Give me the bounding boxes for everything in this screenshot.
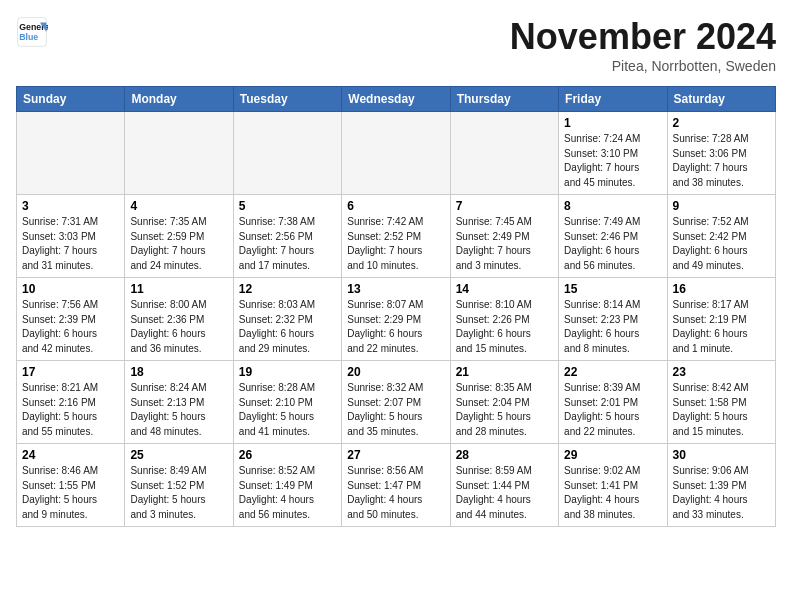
calendar-cell: 15Sunrise: 8:14 AM Sunset: 2:23 PM Dayli… <box>559 278 667 361</box>
day-info: Sunrise: 8:21 AM Sunset: 2:16 PM Dayligh… <box>22 381 119 439</box>
calendar-cell: 29Sunrise: 9:02 AM Sunset: 1:41 PM Dayli… <box>559 444 667 527</box>
day-number: 4 <box>130 199 227 213</box>
day-info: Sunrise: 8:32 AM Sunset: 2:07 PM Dayligh… <box>347 381 444 439</box>
calendar-cell: 26Sunrise: 8:52 AM Sunset: 1:49 PM Dayli… <box>233 444 341 527</box>
calendar-cell: 22Sunrise: 8:39 AM Sunset: 2:01 PM Dayli… <box>559 361 667 444</box>
calendar-weekday-sunday: Sunday <box>17 87 125 112</box>
calendar-weekday-monday: Monday <box>125 87 233 112</box>
calendar-cell: 24Sunrise: 8:46 AM Sunset: 1:55 PM Dayli… <box>17 444 125 527</box>
calendar-weekday-saturday: Saturday <box>667 87 775 112</box>
calendar-cell: 12Sunrise: 8:03 AM Sunset: 2:32 PM Dayli… <box>233 278 341 361</box>
day-info: Sunrise: 9:02 AM Sunset: 1:41 PM Dayligh… <box>564 464 661 522</box>
calendar-weekday-wednesday: Wednesday <box>342 87 450 112</box>
calendar-cell <box>125 112 233 195</box>
day-info: Sunrise: 7:38 AM Sunset: 2:56 PM Dayligh… <box>239 215 336 273</box>
day-info: Sunrise: 9:06 AM Sunset: 1:39 PM Dayligh… <box>673 464 770 522</box>
calendar-cell: 21Sunrise: 8:35 AM Sunset: 2:04 PM Dayli… <box>450 361 558 444</box>
day-number: 6 <box>347 199 444 213</box>
calendar-cell: 25Sunrise: 8:49 AM Sunset: 1:52 PM Dayli… <box>125 444 233 527</box>
day-info: Sunrise: 8:03 AM Sunset: 2:32 PM Dayligh… <box>239 298 336 356</box>
day-info: Sunrise: 8:24 AM Sunset: 2:13 PM Dayligh… <box>130 381 227 439</box>
calendar-cell: 8Sunrise: 7:49 AM Sunset: 2:46 PM Daylig… <box>559 195 667 278</box>
calendar-cell: 30Sunrise: 9:06 AM Sunset: 1:39 PM Dayli… <box>667 444 775 527</box>
day-info: Sunrise: 8:35 AM Sunset: 2:04 PM Dayligh… <box>456 381 553 439</box>
day-info: Sunrise: 7:52 AM Sunset: 2:42 PM Dayligh… <box>673 215 770 273</box>
day-number: 19 <box>239 365 336 379</box>
calendar-cell: 20Sunrise: 8:32 AM Sunset: 2:07 PM Dayli… <box>342 361 450 444</box>
day-number: 29 <box>564 448 661 462</box>
day-number: 17 <box>22 365 119 379</box>
day-info: Sunrise: 8:14 AM Sunset: 2:23 PM Dayligh… <box>564 298 661 356</box>
calendar-cell: 14Sunrise: 8:10 AM Sunset: 2:26 PM Dayli… <box>450 278 558 361</box>
day-info: Sunrise: 8:39 AM Sunset: 2:01 PM Dayligh… <box>564 381 661 439</box>
day-info: Sunrise: 8:07 AM Sunset: 2:29 PM Dayligh… <box>347 298 444 356</box>
day-number: 24 <box>22 448 119 462</box>
calendar-cell: 19Sunrise: 8:28 AM Sunset: 2:10 PM Dayli… <box>233 361 341 444</box>
day-info: Sunrise: 7:28 AM Sunset: 3:06 PM Dayligh… <box>673 132 770 190</box>
day-info: Sunrise: 7:49 AM Sunset: 2:46 PM Dayligh… <box>564 215 661 273</box>
day-info: Sunrise: 8:10 AM Sunset: 2:26 PM Dayligh… <box>456 298 553 356</box>
day-number: 2 <box>673 116 770 130</box>
day-number: 7 <box>456 199 553 213</box>
location-subtitle: Pitea, Norrbotten, Sweden <box>510 58 776 74</box>
day-number: 21 <box>456 365 553 379</box>
calendar-cell <box>17 112 125 195</box>
calendar-week-3: 10Sunrise: 7:56 AM Sunset: 2:39 PM Dayli… <box>17 278 776 361</box>
day-info: Sunrise: 8:17 AM Sunset: 2:19 PM Dayligh… <box>673 298 770 356</box>
calendar-cell: 27Sunrise: 8:56 AM Sunset: 1:47 PM Dayli… <box>342 444 450 527</box>
calendar-week-4: 17Sunrise: 8:21 AM Sunset: 2:16 PM Dayli… <box>17 361 776 444</box>
svg-text:Blue: Blue <box>19 32 38 42</box>
calendar-cell: 23Sunrise: 8:42 AM Sunset: 1:58 PM Dayli… <box>667 361 775 444</box>
calendar-cell: 28Sunrise: 8:59 AM Sunset: 1:44 PM Dayli… <box>450 444 558 527</box>
day-info: Sunrise: 7:42 AM Sunset: 2:52 PM Dayligh… <box>347 215 444 273</box>
day-number: 10 <box>22 282 119 296</box>
month-title: November 2024 <box>510 16 776 58</box>
calendar-week-2: 3Sunrise: 7:31 AM Sunset: 3:03 PM Daylig… <box>17 195 776 278</box>
title-block: November 2024 Pitea, Norrbotten, Sweden <box>510 16 776 74</box>
calendar-cell <box>342 112 450 195</box>
logo: General Blue <box>16 16 48 48</box>
calendar-table: SundayMondayTuesdayWednesdayThursdayFrid… <box>16 86 776 527</box>
day-number: 26 <box>239 448 336 462</box>
day-number: 14 <box>456 282 553 296</box>
day-number: 27 <box>347 448 444 462</box>
calendar-cell: 2Sunrise: 7:28 AM Sunset: 3:06 PM Daylig… <box>667 112 775 195</box>
calendar-week-5: 24Sunrise: 8:46 AM Sunset: 1:55 PM Dayli… <box>17 444 776 527</box>
calendar-cell: 10Sunrise: 7:56 AM Sunset: 2:39 PM Dayli… <box>17 278 125 361</box>
day-info: Sunrise: 8:00 AM Sunset: 2:36 PM Dayligh… <box>130 298 227 356</box>
calendar-cell: 4Sunrise: 7:35 AM Sunset: 2:59 PM Daylig… <box>125 195 233 278</box>
day-info: Sunrise: 7:31 AM Sunset: 3:03 PM Dayligh… <box>22 215 119 273</box>
logo-icon: General Blue <box>16 16 48 48</box>
calendar-weekday-tuesday: Tuesday <box>233 87 341 112</box>
day-number: 1 <box>564 116 661 130</box>
calendar-cell <box>233 112 341 195</box>
calendar-cell: 17Sunrise: 8:21 AM Sunset: 2:16 PM Dayli… <box>17 361 125 444</box>
day-number: 16 <box>673 282 770 296</box>
day-info: Sunrise: 7:24 AM Sunset: 3:10 PM Dayligh… <box>564 132 661 190</box>
calendar-cell: 13Sunrise: 8:07 AM Sunset: 2:29 PM Dayli… <box>342 278 450 361</box>
calendar-week-1: 1Sunrise: 7:24 AM Sunset: 3:10 PM Daylig… <box>17 112 776 195</box>
day-number: 3 <box>22 199 119 213</box>
day-number: 15 <box>564 282 661 296</box>
calendar-cell: 1Sunrise: 7:24 AM Sunset: 3:10 PM Daylig… <box>559 112 667 195</box>
day-info: Sunrise: 8:59 AM Sunset: 1:44 PM Dayligh… <box>456 464 553 522</box>
calendar-cell: 11Sunrise: 8:00 AM Sunset: 2:36 PM Dayli… <box>125 278 233 361</box>
day-number: 20 <box>347 365 444 379</box>
day-info: Sunrise: 8:46 AM Sunset: 1:55 PM Dayligh… <box>22 464 119 522</box>
calendar-weekday-friday: Friday <box>559 87 667 112</box>
day-info: Sunrise: 8:28 AM Sunset: 2:10 PM Dayligh… <box>239 381 336 439</box>
day-info: Sunrise: 7:35 AM Sunset: 2:59 PM Dayligh… <box>130 215 227 273</box>
day-number: 25 <box>130 448 227 462</box>
day-number: 9 <box>673 199 770 213</box>
day-number: 13 <box>347 282 444 296</box>
day-info: Sunrise: 8:56 AM Sunset: 1:47 PM Dayligh… <box>347 464 444 522</box>
day-number: 30 <box>673 448 770 462</box>
day-info: Sunrise: 8:42 AM Sunset: 1:58 PM Dayligh… <box>673 381 770 439</box>
day-number: 5 <box>239 199 336 213</box>
day-number: 28 <box>456 448 553 462</box>
calendar-header-row: SundayMondayTuesdayWednesdayThursdayFrid… <box>17 87 776 112</box>
day-info: Sunrise: 8:49 AM Sunset: 1:52 PM Dayligh… <box>130 464 227 522</box>
calendar-body: 1Sunrise: 7:24 AM Sunset: 3:10 PM Daylig… <box>17 112 776 527</box>
day-number: 8 <box>564 199 661 213</box>
calendar-cell: 18Sunrise: 8:24 AM Sunset: 2:13 PM Dayli… <box>125 361 233 444</box>
